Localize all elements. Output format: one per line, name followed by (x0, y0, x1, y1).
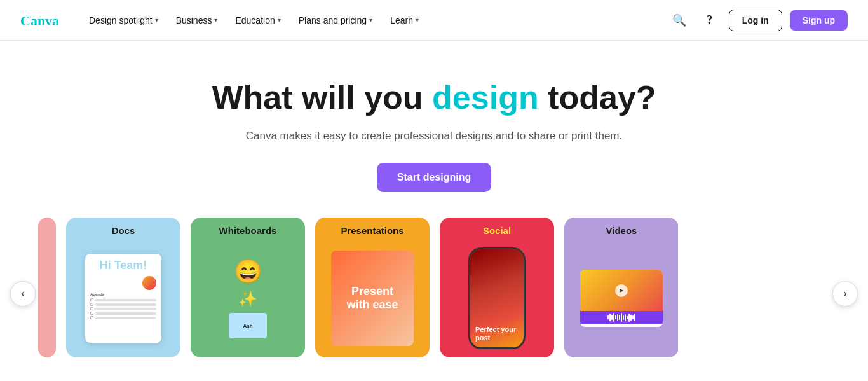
headline-end: today? (539, 79, 656, 116)
wave-bar (609, 314, 611, 321)
docs-avatar (142, 276, 156, 290)
docs-preview: Hi Team! Agenda (85, 254, 161, 343)
nav-right: 🔍 ? Log in Sign up (668, 9, 848, 32)
whiteboard-preview: 😄 ✨ Ash (229, 258, 267, 338)
card-videos-body: ▶ (564, 240, 678, 357)
docs-hi-team: Hi Team! (90, 259, 156, 272)
card-docs[interactable]: Docs Hi Team! Agenda (66, 218, 180, 357)
card-docs-body: Hi Team! Agenda (66, 240, 180, 357)
wb-emoji: 😄 (234, 258, 262, 285)
wb-sticky-note: Ash (229, 313, 267, 338)
nav-item-label: Business (176, 15, 212, 25)
wb-sparkle: ✨ (238, 290, 257, 308)
headline-highlight: design (432, 79, 539, 116)
chevron-down-icon: ▾ (155, 17, 158, 24)
chevron-down-icon: ▾ (214, 17, 217, 24)
card-videos[interactable]: Videos ▶ (564, 218, 678, 357)
hero-headline: What will you design today? (13, 79, 855, 117)
login-button[interactable]: Log in (729, 10, 782, 31)
play-icon: ▶ (615, 284, 628, 297)
help-button[interactable]: ? (698, 9, 721, 32)
checkbox-icon (90, 316, 93, 319)
nav-item-design-spotlight[interactable]: Design spotlight ▾ (81, 10, 166, 31)
chevron-down-icon: ▾ (278, 17, 281, 24)
checkbox-icon (90, 303, 93, 306)
card-presentations[interactable]: Presentations Present with ease (315, 218, 430, 357)
checkbox-icon (90, 312, 93, 315)
docs-row-5 (90, 316, 156, 319)
hero-section: What will you design today? Canva makes … (0, 41, 868, 218)
docs-row-2 (90, 303, 156, 306)
nav-item-business[interactable]: Business ▾ (168, 10, 226, 31)
nav-item-plans-pricing[interactable]: Plans and pricing ▾ (291, 10, 380, 31)
social-overlay: Perfect your post (475, 326, 519, 342)
nav-item-learn[interactable]: Learn ▾ (383, 10, 426, 31)
wave-bar (615, 315, 616, 319)
audio-waveform (580, 311, 663, 324)
checkbox-icon (90, 298, 93, 301)
checkbox-icon (90, 307, 93, 310)
signup-button[interactable]: Sign up (790, 10, 848, 31)
nav-item-label: Education (235, 15, 275, 25)
svg-text:Canva: Canva (20, 13, 59, 29)
wave-bar (607, 315, 609, 319)
help-icon: ? (707, 13, 712, 27)
carousel-next-button[interactable]: › (832, 281, 858, 307)
navigation: Canva Design spotlight ▾ Business ▾ Educ… (0, 0, 868, 41)
docs-row-3 (90, 307, 156, 310)
nav-item-label: Learn (390, 15, 413, 25)
docs-line (95, 312, 156, 315)
start-designing-button[interactable]: Start designing (377, 163, 491, 192)
chevron-right-icon: › (843, 287, 847, 300)
carousel-prev-button[interactable]: ‹ (10, 281, 36, 307)
chevron-down-icon: ▾ (416, 17, 419, 24)
docs-line (95, 299, 156, 301)
card-whiteboards-body: 😄 ✨ Ash (191, 240, 305, 357)
wave-bar (627, 316, 628, 319)
chevron-down-icon: ▾ (369, 17, 372, 24)
chevron-left-icon: ‹ (21, 287, 25, 300)
docs-line (95, 317, 156, 319)
headline-start: What will you (212, 79, 432, 116)
carousel-wrapper: ‹ Docs Hi Team! Agenda (0, 218, 868, 370)
social-image: Perfect your post (470, 249, 524, 347)
wave-bar (613, 313, 614, 322)
carousel-edge-left (38, 218, 56, 357)
nav-item-label: Plans and pricing (299, 15, 367, 25)
wave-bar (621, 313, 622, 322)
card-social[interactable]: Social Perfect your post (440, 218, 554, 357)
wave-bar (625, 314, 626, 321)
card-presentations-title: Presentations (315, 218, 430, 240)
search-button[interactable]: 🔍 (668, 9, 691, 32)
carousel-track: Docs Hi Team! Agenda (0, 218, 678, 357)
docs-line (95, 308, 156, 310)
wave-bar (623, 315, 624, 320)
canva-logo[interactable]: Canva (20, 11, 66, 29)
presentations-preview: Present with ease (331, 251, 414, 346)
card-social-body: Perfect your post (440, 240, 554, 357)
wave-bar (634, 314, 635, 321)
card-videos-title: Videos (564, 218, 678, 240)
nav-left: Canva Design spotlight ▾ Business ▾ Educ… (20, 10, 426, 31)
wave-bar (619, 315, 620, 320)
pres-text: Present with ease (339, 285, 406, 312)
wave-bar (611, 315, 613, 320)
wave-bar (617, 314, 618, 321)
video-thumbnail: ▶ (580, 270, 663, 311)
nav-item-label: Design spotlight (89, 15, 153, 25)
card-social-title: Social (440, 218, 554, 240)
card-whiteboards-title: Whiteboards (191, 218, 305, 240)
docs-row-1 (90, 298, 156, 301)
docs-line (95, 303, 156, 306)
wave-bar (628, 314, 630, 322)
hero-subheadline: Canva makes it easy to create profession… (13, 130, 855, 142)
wave-bar (632, 315, 634, 319)
card-whiteboards[interactable]: Whiteboards 😄 ✨ Ash (191, 218, 305, 357)
video-preview: ▶ (580, 270, 663, 327)
nav-item-education[interactable]: Education ▾ (227, 10, 288, 31)
social-preview: Perfect your post (468, 247, 526, 349)
wave-bar (630, 315, 632, 321)
docs-row-4 (90, 312, 156, 315)
card-presentations-body: Present with ease (315, 240, 430, 357)
search-icon: 🔍 (672, 13, 686, 27)
